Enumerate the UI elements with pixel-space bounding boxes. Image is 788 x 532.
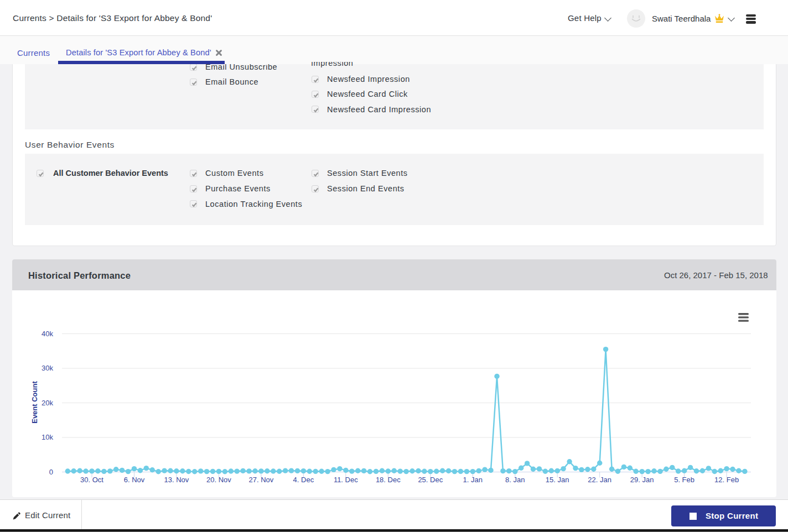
svg-text:18. Dec: 18. Dec: [376, 476, 401, 484]
svg-text:0: 0: [49, 468, 53, 476]
svg-text:6. Nov: 6. Nov: [124, 476, 145, 484]
svg-text:1. Jan: 1. Jan: [463, 476, 483, 484]
svg-text:13. Nov: 13. Nov: [164, 476, 189, 484]
svg-text:20. Nov: 20. Nov: [206, 476, 231, 484]
svg-text:40k: 40k: [42, 330, 53, 338]
svg-text:5. Feb: 5. Feb: [674, 476, 694, 484]
svg-text:29. Jan: 29. Jan: [630, 476, 654, 484]
svg-text:12. Feb: 12. Feb: [714, 476, 739, 484]
svg-text:30k: 30k: [42, 364, 53, 372]
svg-text:10k: 10k: [42, 433, 53, 441]
svg-text:8. Jan: 8. Jan: [505, 476, 525, 484]
svg-text:20k: 20k: [42, 399, 53, 407]
svg-text:11. Dec: 11. Dec: [334, 476, 358, 484]
svg-text:15. Jan: 15. Jan: [546, 476, 569, 484]
svg-text:27. Nov: 27. Nov: [248, 476, 273, 484]
svg-text:Event Count: Event Count: [30, 381, 39, 424]
svg-text:25. Dec: 25. Dec: [418, 476, 443, 484]
svg-text:22. Jan: 22. Jan: [588, 476, 611, 484]
svg-text:4. Dec: 4. Dec: [293, 476, 314, 484]
svg-text:30. Oct: 30. Oct: [80, 476, 103, 484]
